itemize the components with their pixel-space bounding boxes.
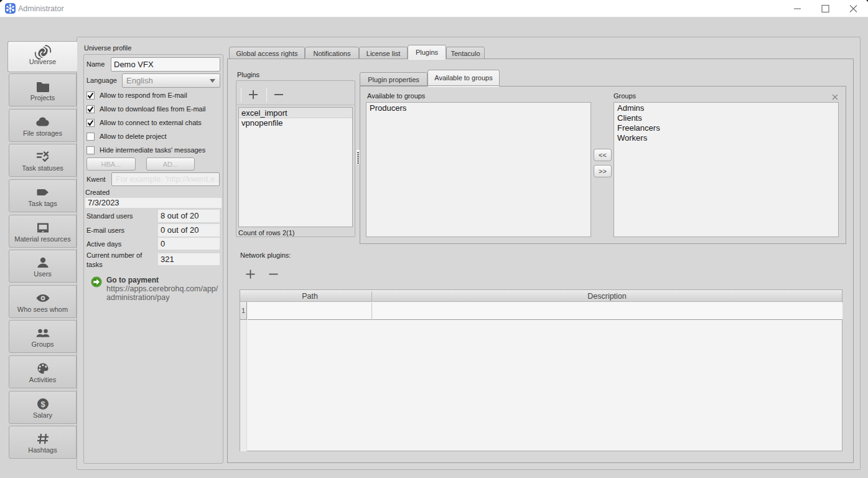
- svg-text:$: $: [40, 400, 45, 409]
